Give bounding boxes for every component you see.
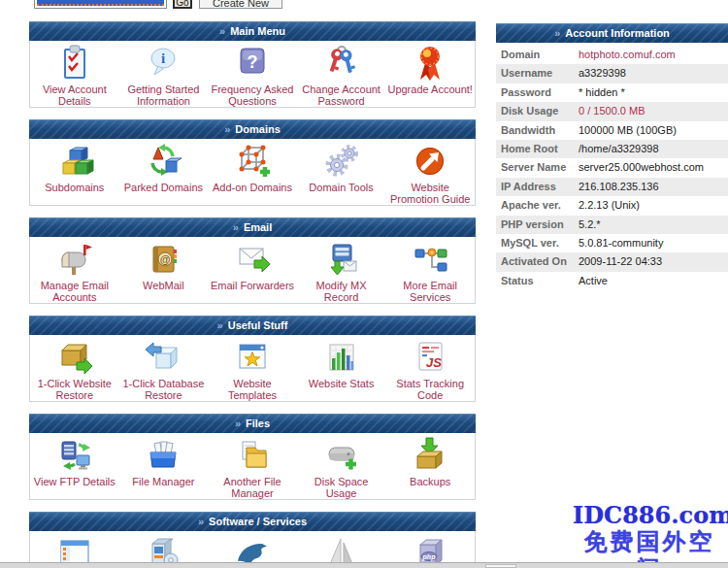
webhost-control-panel: Go Create New »Main Menu View Account De… bbox=[0, 0, 728, 568]
wireframe-cube-plus-icon bbox=[232, 141, 273, 182]
section-chevron: » bbox=[235, 418, 241, 429]
menu-item-website-templates[interactable]: Website Templates bbox=[208, 335, 297, 401]
account-info-row-username: Username a3329398 bbox=[496, 64, 728, 83]
menu-item-label: View Account Details bbox=[31, 84, 118, 107]
menu-item-label: View FTP Details bbox=[34, 476, 116, 487]
account-info-label: Status bbox=[496, 272, 579, 290]
menu-item-label: Manage Email Accounts bbox=[31, 280, 118, 303]
menu-item-label: Change Account Password bbox=[298, 84, 385, 107]
scrollbar-thumb[interactable] bbox=[485, 564, 516, 568]
account-info-value: 5.0.81-community bbox=[579, 234, 663, 252]
menu-item-more-email-services[interactable]: More Email Services bbox=[385, 237, 475, 303]
window-star-icon bbox=[232, 337, 273, 378]
menu-item-parked-domains[interactable]: Parked Domains bbox=[119, 139, 209, 205]
folder-file-icon bbox=[232, 435, 273, 476]
account-info-value: server25.000webhost.com bbox=[579, 158, 704, 177]
section-chevron: » bbox=[224, 123, 230, 135]
menu-item-subdomains[interactable]: Subdomains bbox=[30, 139, 119, 205]
account-info-row-password: Password * hidden * bbox=[496, 84, 728, 102]
account-info-label: Home Root bbox=[496, 140, 579, 158]
section-chevron: » bbox=[233, 221, 239, 233]
section-header: »Email bbox=[29, 217, 476, 237]
menu-item-frequency-asked-questions[interactable]: ? Frequency Asked Questions bbox=[208, 41, 297, 107]
section-chevron: » bbox=[219, 25, 225, 37]
menu-item-label: Modify MX Record bbox=[298, 280, 385, 303]
menu-item-add-on-domains[interactable]: Add-on Domains bbox=[208, 139, 297, 205]
account-info-rows: Domain hotphoto.comuf.com Username a3329… bbox=[496, 46, 728, 290]
menu-section-domains: »Domains Subdomains Parked Domains Add-o… bbox=[29, 119, 476, 206]
account-info-value: a3329398 bbox=[579, 64, 626, 83]
account-info-panel: »Account Information Domain hotphoto.com… bbox=[496, 23, 728, 290]
section-chevron: » bbox=[198, 516, 204, 527]
menu-item-stats-tracking-code[interactable]: JS Stats Tracking Code bbox=[385, 335, 475, 401]
section-title: Domains bbox=[235, 123, 280, 135]
menu-item-webmail[interactable]: @ WebMail bbox=[119, 237, 209, 303]
account-info-label: IP Address bbox=[496, 178, 579, 196]
menu-item-1-click-website-restore[interactable]: 1-Click Website Restore bbox=[30, 335, 119, 401]
svg-text:php: php bbox=[422, 553, 437, 561]
account-info-label: Disk Usage bbox=[496, 102, 579, 120]
menu-item-label: Website Templates bbox=[209, 378, 296, 401]
account-info-value[interactable]: hotphoto.comuf.com bbox=[579, 46, 676, 64]
menu-item-label: Website Promotion Guide bbox=[386, 182, 474, 205]
section-title: Email bbox=[244, 221, 272, 233]
menu-item-manage-email-accounts[interactable]: Manage Email Accounts bbox=[30, 237, 119, 303]
account-info-value: * hidden * bbox=[579, 84, 625, 102]
menu-section-files: »Files View FTP Details File Manager Ano… bbox=[29, 414, 476, 500]
cube-arrow-icon bbox=[143, 337, 183, 378]
disk-plus-icon bbox=[321, 435, 362, 476]
menu-item-backups[interactable]: Backups bbox=[385, 433, 475, 499]
account-info-label: Bandwidth bbox=[496, 121, 579, 140]
award-ribbon-icon bbox=[410, 43, 450, 84]
menu-item-website-promotion-guide[interactable]: Website Promotion Guide bbox=[385, 139, 475, 205]
create-new-button[interactable]: Create New bbox=[199, 0, 282, 9]
gears-icon bbox=[321, 141, 362, 182]
svg-text:i: i bbox=[161, 50, 165, 66]
input-selection bbox=[37, 0, 164, 6]
menu-item-change-account-password[interactable]: Change Account Password bbox=[297, 41, 386, 107]
svg-text:?: ? bbox=[247, 52, 257, 72]
section-body: View FTP Details File Manager Another Fi… bbox=[29, 433, 476, 500]
account-info-value: 100000 MB (100GB) bbox=[579, 121, 677, 140]
menu-item-getting-started-information[interactable]: i Getting Started Information bbox=[119, 41, 209, 107]
keys-icon bbox=[321, 43, 362, 84]
flowchart-icon bbox=[410, 239, 450, 280]
account-info-label: Activated On bbox=[496, 252, 579, 271]
menu-item-domain-tools[interactable]: Domain Tools bbox=[297, 139, 386, 205]
bar-chart-icon bbox=[321, 337, 362, 378]
account-info-row-home-root: Home Root /home/a3329398 bbox=[496, 140, 728, 158]
clipboard-check-icon bbox=[54, 43, 95, 84]
menu-item-another-file-manager[interactable]: Another File Manager bbox=[208, 433, 297, 499]
section-chevron: » bbox=[554, 27, 560, 39]
horizontal-scrollbar[interactable] bbox=[0, 562, 728, 568]
section-body: View Account Details i Getting Started I… bbox=[29, 41, 476, 108]
menu-item-view-ftp-details[interactable]: View FTP Details bbox=[30, 433, 119, 499]
svg-text:JS: JS bbox=[426, 355, 442, 370]
menu-item-label: Email Forwarders bbox=[211, 280, 294, 291]
promotion-arrow-icon bbox=[410, 141, 450, 182]
menu-item-website-stats[interactable]: Website Stats bbox=[297, 335, 386, 401]
account-info-label: Apache ver. bbox=[496, 196, 579, 215]
menu-item-email-forwarders[interactable]: Email Forwarders bbox=[208, 237, 297, 303]
domain-input[interactable] bbox=[34, 0, 167, 9]
menu-item-view-account-details[interactable]: View Account Details bbox=[30, 41, 119, 107]
section-title: Main Menu bbox=[230, 25, 285, 37]
menu-item-modify-mx-record[interactable]: Modify MX Record bbox=[297, 237, 386, 303]
menu-item-disk-space-usage[interactable]: Disk Space Usage bbox=[297, 433, 386, 499]
menu-item-upgrade-account[interactable]: Upgrade Account! bbox=[385, 41, 475, 107]
menu-item-file-manager[interactable]: File Manager bbox=[119, 433, 209, 499]
watermark: IDC886.com 免费国外空间 bbox=[573, 502, 726, 568]
account-info-value: 216.108.235.136 bbox=[579, 178, 659, 196]
menu-item-label: Website Stats bbox=[309, 378, 375, 389]
section-header: »Software / Services bbox=[29, 512, 476, 531]
menu-item-label: Disk Space Usage bbox=[298, 476, 385, 499]
account-info-label: Username bbox=[496, 64, 579, 83]
section-title: Files bbox=[246, 418, 270, 429]
menu-item-label: Upgrade Account! bbox=[387, 84, 472, 95]
account-info-value: 5.2.* bbox=[579, 216, 601, 234]
watermark-site: IDC886.com bbox=[573, 502, 726, 528]
menu-item-1-click-database-restore[interactable]: 1-Click Database Restore bbox=[119, 335, 209, 401]
envelope-forward-icon bbox=[232, 239, 273, 280]
go-button[interactable]: Go bbox=[173, 0, 192, 9]
account-info-row-disk-usage: Disk Usage 0 / 1500.0 MB bbox=[496, 102, 728, 120]
